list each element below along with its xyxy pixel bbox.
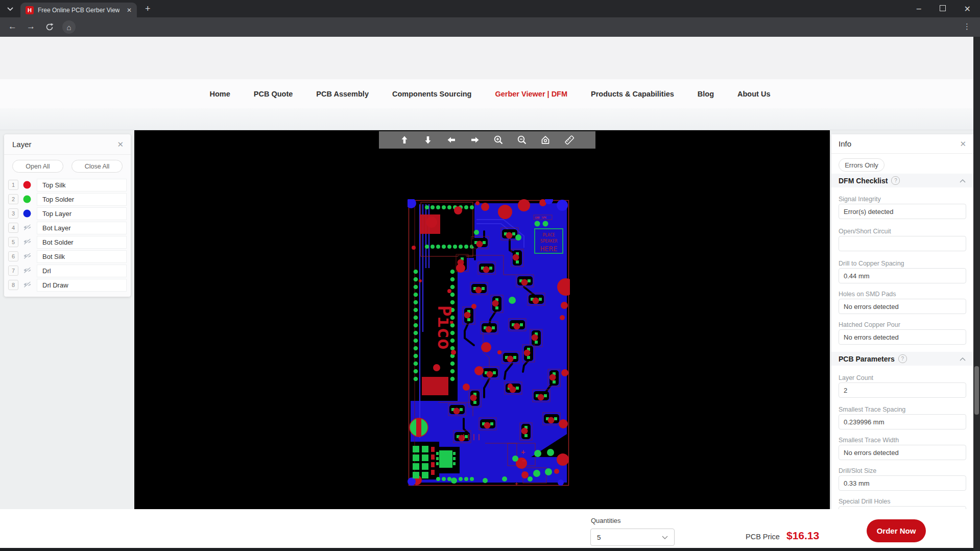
quantities-label: Quantities [591, 517, 621, 524]
field-value [839, 236, 966, 251]
layer-row[interactable]: 6 Bot Silk [4, 251, 131, 263]
zoom-out-icon[interactable] [517, 135, 527, 145]
back-button-icon[interactable]: ← [8, 22, 17, 31]
layer-row[interactable]: 3 Top Layer [4, 208, 131, 220]
main-navigation: Home PCB Quote PCB Assembly Components S… [0, 79, 980, 108]
info-panel-close-icon[interactable]: ✕ [960, 139, 966, 149]
info-panel-title: Info [839, 139, 851, 148]
layer-color-dot[interactable] [23, 209, 31, 218]
layer-panel-close-icon[interactable]: ✕ [117, 140, 124, 149]
reload-icon[interactable] [45, 22, 54, 32]
bottom-edge-strip [0, 548, 980, 551]
field-value: No errors detected [839, 299, 966, 314]
gerber-canvas[interactable]: Pico GND SPK PLACE SPEAKER HERE [134, 130, 830, 509]
tab-title: Free Online PCB Gerber Viewer [38, 7, 119, 14]
field-value: No errors detected [839, 445, 966, 460]
layer-panel: Layer ✕ Open All Close All 1 Top Silk 2 … [4, 134, 131, 297]
layer-color-dot[interactable] [23, 195, 31, 203]
viewer-subheader: Layer Back BOTTOM BEETLES.rar Upload New… [0, 108, 980, 130]
window-close-button[interactable]: ✕ [955, 4, 980, 14]
layer-row[interactable]: 4 Bot Layer [4, 222, 131, 234]
layer-row[interactable]: 8 Drl Draw [4, 279, 131, 292]
page-scrollbar[interactable] [973, 37, 980, 551]
svg-text:+: + [521, 448, 525, 456]
field-value: 2 [839, 382, 966, 398]
tab-search-chevron-icon[interactable] [6, 5, 14, 12]
pcb-price-label: PCB Price [746, 533, 780, 541]
layer-color-dot[interactable] [23, 181, 31, 189]
browser-tab[interactable]: H Free Online PCB Gerber Viewer ✕ [20, 3, 137, 17]
svg-text:−: − [522, 457, 525, 464]
eye-off-icon[interactable] [23, 252, 32, 259]
nav-about-us[interactable]: About Us [737, 90, 770, 98]
home-button-icon[interactable]: ⌂ [62, 20, 76, 34]
info-panel: Info ✕ Errors Only DFM Checklist ? Signa… [831, 134, 973, 509]
site-header: H ! NextPCB Reliable Multilayer PCB Manu… [0, 37, 980, 79]
select-chevron-icon [662, 535, 668, 540]
help-circle-icon[interactable]: ? [891, 176, 900, 185]
collapse-chevron-icon[interactable] [959, 356, 966, 362]
field-label: Signal Integrity [839, 196, 881, 203]
fit-view-home-icon[interactable] [540, 135, 551, 145]
nav-pcb-assembly[interactable]: PCB Assembly [316, 90, 369, 98]
pcb-gndspk-silk-text: GND SPK [535, 216, 547, 219]
field-label: Smallest Trace Width [839, 437, 899, 444]
nav-blog[interactable]: Blog [698, 90, 714, 98]
pcb-render[interactable]: Pico GND SPK PLACE SPEAKER HERE [408, 199, 570, 487]
nav-components-sourcing[interactable]: Components Sourcing [392, 90, 471, 98]
scrollbar-thumb[interactable] [974, 366, 979, 415]
layer-row[interactable]: 2 Top Solder [4, 194, 131, 206]
field-label: Holes on SMD Pads [839, 291, 896, 298]
eye-off-icon[interactable] [23, 238, 32, 245]
forward-button-icon[interactable]: → [27, 22, 35, 31]
collapse-chevron-icon[interactable] [959, 178, 966, 183]
field-label: Open/Short Circuit [839, 228, 891, 235]
zoom-in-icon[interactable] [493, 135, 504, 145]
window-maximize-button[interactable] [930, 4, 955, 13]
field-label: Drill to Copper Spacing [839, 260, 904, 267]
window-minimize-button[interactable]: – [907, 4, 930, 13]
pcb-speaker-text-2: SPEAKER [540, 239, 558, 244]
eye-off-icon[interactable] [23, 224, 32, 231]
field-value: 0.239996 mm [839, 414, 966, 429]
close-all-button[interactable]: Close All [71, 160, 123, 173]
field-label: Drill/Slot Size [839, 467, 876, 474]
pcb-speaker-text-1: PLACE [542, 233, 555, 237]
measure-ruler-icon[interactable] [564, 134, 575, 146]
field-value: 0.44 mm [839, 268, 966, 283]
help-circle-icon[interactable]: ? [898, 354, 907, 363]
nav-pcb-quote[interactable]: PCB Quote [254, 90, 293, 98]
new-tab-button[interactable]: + [145, 4, 151, 13]
order-now-button[interactable]: Order Now [867, 519, 926, 542]
pcb-speaker-text-3: HERE [540, 245, 558, 253]
pan-down-icon[interactable] [423, 135, 433, 145]
pan-up-icon[interactable] [399, 135, 410, 145]
layer-row[interactable]: 7 Drl [4, 265, 131, 277]
pan-right-icon[interactable] [470, 135, 480, 145]
layer-panel-title: Layer [12, 140, 32, 149]
nav-products-capabilities[interactable]: Products & Capabilities [591, 90, 674, 98]
layer-row[interactable]: 5 Bot Solder [4, 236, 131, 249]
section-header-pcb-parameters[interactable]: PCB Parameters ? [831, 352, 973, 366]
section-header-dfm-checklist[interactable]: DFM Checklist ? [831, 174, 973, 187]
errors-only-toggle[interactable]: Errors Only [839, 158, 885, 172]
viewer-toolbar [379, 131, 595, 149]
pcb-price-value: $16.13 [786, 530, 819, 542]
tab-close-icon[interactable]: ✕ [127, 7, 132, 14]
nav-gerber-viewer[interactable]: Gerber Viewer | DFM [495, 90, 567, 98]
field-value: No errors detected [839, 329, 966, 345]
pcb-pico-silk-text: Pico [434, 305, 455, 350]
pan-left-icon[interactable] [446, 135, 457, 145]
field-label: Smallest Trace Spacing [839, 406, 905, 413]
svg-text:+: + [515, 481, 518, 487]
field-label: Special Drill Holes [839, 498, 890, 505]
quantity-select[interactable]: 5 [590, 529, 675, 546]
eye-off-icon[interactable] [23, 281, 32, 288]
field-label: Layer Count [839, 374, 873, 381]
eye-off-icon[interactable] [23, 267, 32, 274]
browser-menu-icon[interactable]: ⋮ [963, 22, 971, 30]
nav-home[interactable]: Home [210, 90, 230, 98]
open-all-button[interactable]: Open All [12, 160, 63, 173]
layer-row[interactable]: 1 Top Silk [4, 179, 131, 191]
field-value: 0.33 mm [839, 475, 966, 491]
